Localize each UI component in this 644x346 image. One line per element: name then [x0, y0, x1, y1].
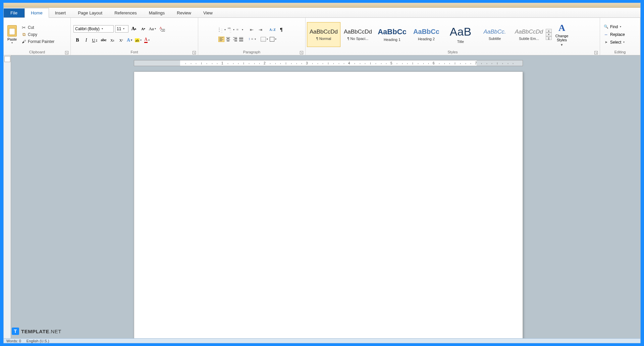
tab-selector[interactable]: [4, 56, 10, 62]
underline-button[interactable]: U▾: [91, 37, 99, 44]
text-effects-button[interactable]: A▾: [126, 37, 134, 44]
find-icon: [603, 24, 609, 30]
style-label: Heading 2: [418, 37, 435, 41]
replace-button[interactable]: Replace: [603, 31, 626, 38]
font-launcher[interactable]: ↘: [193, 51, 196, 54]
group-paragraph: ▾ ▾ ▾ ⇤ ⇥ A↓Z ¶: [198, 18, 306, 55]
subscript-button[interactable]: X: [108, 37, 116, 44]
select-icon: [603, 40, 609, 45]
font-color-button[interactable]: A▾: [143, 37, 151, 44]
multilevel-list-button[interactable]: ▾: [236, 26, 244, 34]
template-net-watermark: T TEMPLATE.NET: [12, 328, 61, 335]
change-styles-label: Change Styles: [552, 34, 572, 42]
document-page[interactable]: [134, 71, 523, 338]
italic-button[interactable]: I: [82, 37, 90, 44]
tab-insert[interactable]: Insert: [49, 8, 72, 17]
paste-dropdown[interactable]: ▾: [6, 41, 18, 44]
style-item-5[interactable]: AaBbCc.Subtitle: [478, 22, 512, 47]
font-group-label: Font ↘: [72, 50, 197, 55]
change-styles-button[interactable]: A Change Styles ▾: [552, 22, 572, 47]
styles-scroll-up[interactable]: ▴: [546, 29, 552, 33]
editing-group-label: Editing: [601, 50, 639, 55]
style-item-3[interactable]: AaBbCcHeading 2: [410, 22, 443, 47]
tab-references[interactable]: References: [108, 8, 143, 17]
ribbon-tabs: File Home Insert Page Layout References …: [4, 8, 640, 18]
status-language[interactable]: English (U.S.): [26, 339, 49, 343]
change-case-button[interactable]: Aa▾: [149, 25, 157, 33]
style-preview: AaB: [450, 25, 471, 38]
strikethrough-button[interactable]: abc: [100, 37, 108, 44]
styles-group-label: Styles ↘: [307, 50, 598, 55]
justify-button[interactable]: [238, 37, 245, 42]
status-words[interactable]: Words: 0: [6, 339, 21, 343]
paste-button[interactable]: Paste ▾: [5, 24, 19, 45]
sort-button[interactable]: A↓Z: [269, 26, 277, 34]
styles-launcher[interactable]: ↘: [594, 51, 598, 54]
numbering-button[interactable]: ▾: [227, 26, 235, 34]
increase-indent-button[interactable]: ⇥: [257, 26, 265, 34]
style-item-4[interactable]: AaBTitle: [444, 22, 477, 47]
shading-button[interactable]: ▾: [261, 36, 269, 43]
decrease-indent-button[interactable]: ⇤: [248, 26, 256, 34]
show-hide-marks-button[interactable]: ¶: [277, 26, 285, 34]
style-label: Heading 1: [384, 38, 400, 42]
cut-button[interactable]: Cut: [20, 24, 55, 31]
ruler-number: 1: [221, 61, 223, 65]
clipboard-launcher[interactable]: ↘: [65, 51, 68, 54]
copy-icon: [21, 32, 26, 37]
paragraph-launcher[interactable]: ↘: [300, 51, 303, 54]
group-editing: Find ▾ Replace Select ▾ Editing: [600, 18, 640, 55]
tab-page-layout[interactable]: Page Layout: [72, 8, 108, 17]
font-name-value: Calibri (Body): [75, 27, 100, 31]
clipboard-group-label: Clipboard ↘: [5, 50, 69, 55]
select-button[interactable]: Select ▾: [603, 39, 626, 46]
align-center-button[interactable]: [225, 37, 231, 42]
replace-icon: [603, 32, 609, 37]
style-item-2[interactable]: AaBbCcHeading 1: [375, 22, 409, 47]
ribbon: Paste ▾ Cut Copy Format Painter: [4, 18, 640, 55]
group-styles: AaBbCcDd¶ NormalAaBbCcDd¶ No Spaci...AaB…: [306, 18, 600, 55]
find-label: Find: [610, 24, 618, 29]
font-name-combo[interactable]: Calibri (Body)▾: [73, 25, 114, 33]
find-button[interactable]: Find ▾: [603, 23, 626, 30]
tab-review[interactable]: Review: [171, 8, 197, 17]
line-spacing-button[interactable]: ▾: [249, 36, 257, 43]
copy-button[interactable]: Copy: [20, 32, 55, 38]
ruler-ticks: 1234567: [134, 60, 523, 66]
ruler-number: 6: [433, 61, 435, 65]
borders-button[interactable]: ▾: [269, 36, 277, 43]
group-font: Calibri (Body)▾ 11▾ A▴ A▾ Aa▾ B I U▾ abc…: [71, 18, 198, 55]
bullets-button[interactable]: ▾: [218, 26, 226, 34]
format-painter-button[interactable]: Format Painter: [20, 39, 55, 45]
styles-scroll-down[interactable]: ▾: [546, 33, 552, 36]
horizontal-ruler[interactable]: 1234567: [134, 60, 523, 66]
style-item-6[interactable]: AaBbCcDdSubtle Em...: [512, 22, 546, 47]
clear-formatting-button[interactable]: [158, 25, 165, 33]
style-item-0[interactable]: AaBbCcDd¶ Normal: [307, 22, 340, 47]
styles-expand[interactable]: ▾̲: [546, 36, 552, 40]
highlight-button[interactable]: ab▾: [135, 37, 143, 44]
paste-label: Paste: [7, 37, 17, 41]
superscript-button[interactable]: X: [117, 37, 125, 44]
style-label: ¶ No Spaci...: [347, 37, 369, 41]
vertical-ruler: [4, 55, 11, 338]
paragraph-group-label: Paragraph ↘: [200, 50, 304, 55]
style-preview: AaBbCcDd: [344, 29, 372, 35]
style-label: Subtitle: [489, 37, 501, 41]
tab-file[interactable]: File: [4, 8, 24, 17]
tab-view[interactable]: View: [197, 8, 219, 17]
align-left-button[interactable]: [218, 37, 224, 42]
style-preview: AaBbCcDd: [515, 29, 543, 35]
style-label: Subtle Em...: [519, 37, 539, 41]
grow-font-button[interactable]: A▴: [130, 25, 138, 33]
style-item-1[interactable]: AaBbCcDd¶ No Spaci...: [341, 22, 375, 47]
font-size-combo[interactable]: 11▾: [115, 25, 128, 33]
replace-label: Replace: [610, 32, 625, 37]
shrink-font-button[interactable]: A▾: [139, 25, 147, 33]
tab-mailings[interactable]: Mailings: [143, 8, 171, 17]
align-right-button[interactable]: [232, 37, 238, 42]
bold-button[interactable]: B: [73, 37, 82, 44]
scissors-icon: [21, 25, 26, 30]
tab-home[interactable]: Home: [24, 8, 49, 18]
template-logo-icon: T: [12, 328, 19, 335]
